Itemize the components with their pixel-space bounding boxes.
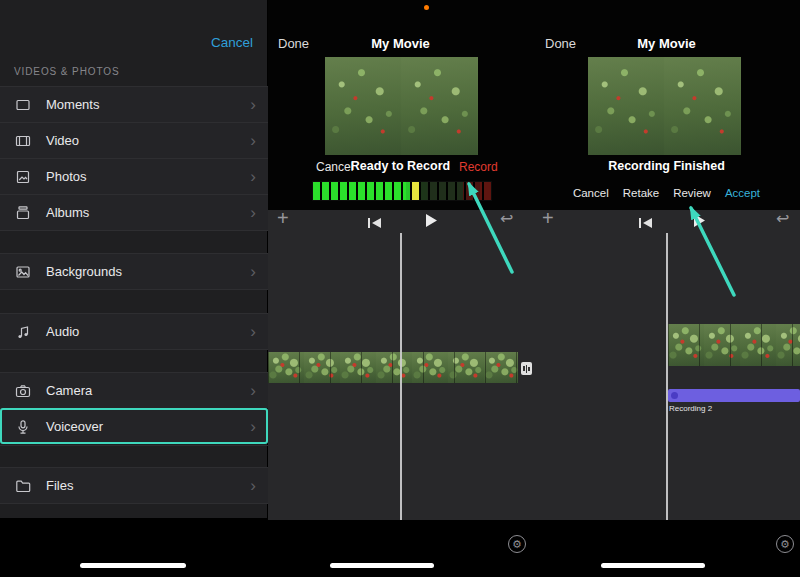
chevron-right-icon: › bbox=[250, 170, 256, 184]
media-picker-sidebar: Cancel VIDEOS & PHOTOS Moments › Video ›… bbox=[0, 0, 268, 577]
sidebar-item-label: Camera bbox=[46, 383, 250, 398]
sidebar-item-audio[interactable]: Audio › bbox=[0, 313, 268, 349]
separator bbox=[0, 349, 268, 350]
home-indicator[interactable] bbox=[330, 563, 434, 568]
separator bbox=[0, 289, 268, 290]
viewer-thumbnail-a bbox=[325, 57, 478, 155]
undo-icon-a[interactable]: ↩ bbox=[500, 211, 513, 227]
separator bbox=[0, 445, 268, 446]
review-button[interactable]: Review bbox=[673, 187, 711, 199]
play-button-a[interactable] bbox=[425, 213, 438, 232]
separator bbox=[0, 230, 268, 231]
sidebar-item-albums[interactable]: Albums › bbox=[0, 194, 268, 230]
sidebar-item-backgrounds[interactable]: Backgrounds › bbox=[0, 253, 268, 289]
bottom-bar-background bbox=[268, 520, 800, 577]
sidebar-item-label: Moments bbox=[46, 97, 250, 112]
video-clip-a[interactable] bbox=[268, 352, 518, 383]
clip-volume-icon bbox=[521, 362, 532, 375]
retake-button[interactable]: Retake bbox=[623, 187, 659, 199]
project-settings-gear-icon-b[interactable]: ⚙ bbox=[776, 535, 794, 553]
sidebar-item-label: Albums bbox=[46, 205, 250, 220]
voiceover-audio-track[interactable] bbox=[668, 389, 800, 402]
microphone-icon bbox=[14, 418, 32, 435]
sidebar-item-label: Voiceover bbox=[46, 419, 250, 434]
audio-note-icon bbox=[14, 323, 32, 340]
separator bbox=[0, 503, 268, 504]
cancel-button[interactable]: Cancel bbox=[573, 187, 609, 199]
voiceover-status-b: Recording Finished bbox=[533, 159, 800, 173]
chevron-right-icon: › bbox=[250, 479, 256, 493]
project-settings-gear-icon-a[interactable]: ⚙ bbox=[508, 535, 526, 553]
skip-to-start-icon-a[interactable] bbox=[367, 215, 382, 233]
accept-button[interactable]: Accept bbox=[725, 187, 760, 199]
add-media-button-b[interactable]: + bbox=[542, 208, 554, 228]
viewer-thumbnail-b bbox=[588, 57, 741, 155]
chevron-right-icon: › bbox=[250, 384, 256, 398]
chevron-right-icon: › bbox=[250, 206, 256, 220]
chevron-right-icon: › bbox=[250, 134, 256, 148]
sidebar-item-files[interactable]: Files › bbox=[0, 467, 268, 503]
project-title-a: My Movie bbox=[268, 36, 533, 51]
sidebar-item-photos[interactable]: Photos › bbox=[0, 158, 268, 194]
undo-icon-b[interactable]: ↩ bbox=[776, 211, 789, 227]
sidebar-item-camera[interactable]: Camera › bbox=[0, 372, 268, 408]
audio-level-meter bbox=[312, 181, 492, 201]
albums-icon bbox=[14, 204, 32, 221]
sidebar-item-label: Video bbox=[46, 133, 250, 148]
sidebar-item-label: Audio bbox=[46, 324, 250, 339]
voiceover-result-buttons: Cancel Retake Review Accept bbox=[533, 187, 800, 199]
sidebar-item-label: Files bbox=[46, 478, 250, 493]
folder-icon bbox=[14, 477, 32, 494]
sidebar-item-moments[interactable]: Moments › bbox=[0, 86, 268, 122]
record-button[interactable]: Record bbox=[459, 160, 498, 174]
sidebar-item-label: Photos bbox=[46, 169, 250, 184]
sidebar-section-header: VIDEOS & PHOTOS bbox=[14, 66, 120, 77]
skip-to-start-icon-b[interactable] bbox=[638, 215, 653, 233]
sidebar-item-label: Backgrounds bbox=[46, 264, 250, 279]
chevron-right-icon: › bbox=[250, 325, 256, 339]
sidebar-footer bbox=[0, 518, 268, 577]
moments-icon bbox=[14, 96, 32, 113]
video-clip-b[interactable] bbox=[668, 324, 800, 366]
imovie-voiceover-tutorial-screen: Cancel VIDEOS & PHOTOS Moments › Video ›… bbox=[0, 0, 800, 577]
camera-icon bbox=[14, 382, 32, 399]
chevron-right-icon: › bbox=[250, 265, 256, 279]
sidebar-cancel-button[interactable]: Cancel bbox=[0, 35, 253, 50]
recording-track-label: Recording 2 bbox=[669, 404, 712, 413]
playhead-b bbox=[666, 233, 668, 520]
chevron-right-icon: › bbox=[250, 420, 256, 434]
home-indicator[interactable] bbox=[601, 563, 705, 568]
sidebar-item-voiceover[interactable]: Voiceover › bbox=[0, 408, 268, 444]
track-start-dot bbox=[671, 392, 678, 399]
photos-icon bbox=[14, 168, 32, 185]
playhead-a bbox=[400, 233, 402, 520]
play-button-b[interactable] bbox=[693, 213, 706, 232]
project-title-b: My Movie bbox=[533, 36, 800, 51]
recording-indicator-dot bbox=[424, 5, 429, 10]
sidebar-item-video[interactable]: Video › bbox=[0, 122, 268, 158]
chevron-right-icon: › bbox=[250, 98, 256, 112]
video-icon bbox=[14, 132, 32, 149]
add-media-button-a[interactable]: + bbox=[277, 208, 289, 228]
backgrounds-icon bbox=[14, 263, 32, 280]
home-indicator[interactable] bbox=[80, 563, 186, 568]
